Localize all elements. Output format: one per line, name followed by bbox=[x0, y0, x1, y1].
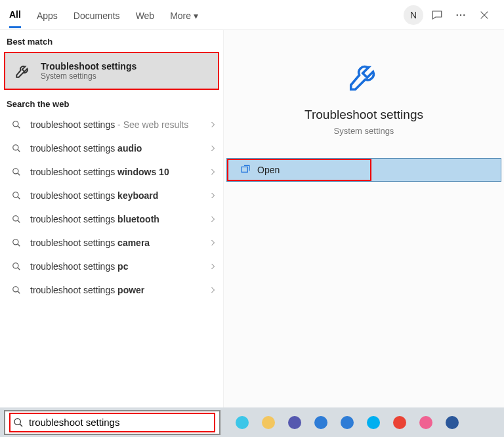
tab-all[interactable]: All bbox=[9, 1, 21, 28]
svg-point-17 bbox=[341, 416, 354, 429]
search-icon bbox=[9, 144, 24, 153]
svg-point-4 bbox=[13, 145, 18, 150]
search-box[interactable] bbox=[4, 410, 220, 435]
search-icon bbox=[9, 120, 24, 129]
detail-title: Troubleshoot settings bbox=[224, 108, 504, 122]
web-result[interactable]: troubleshoot settings bluetooth bbox=[0, 207, 223, 231]
web-result[interactable]: troubleshoot settings - See web results bbox=[0, 113, 223, 136]
open-icon bbox=[240, 165, 251, 175]
svg-point-14 bbox=[262, 416, 275, 429]
web-result[interactable]: troubleshoot settings power bbox=[0, 278, 223, 302]
avatar-initial: N bbox=[404, 5, 423, 25]
svg-point-19 bbox=[393, 416, 406, 429]
svg-point-1 bbox=[460, 14, 461, 15]
best-match-title: Troubleshoot settings bbox=[41, 61, 136, 72]
svg-point-2 bbox=[463, 14, 465, 15]
svg-point-6 bbox=[13, 192, 18, 198]
web-result-label: troubleshoot settings audio bbox=[30, 143, 209, 154]
svg-point-3 bbox=[13, 121, 18, 127]
chevron-right-icon bbox=[209, 121, 217, 129]
search-icon bbox=[9, 215, 24, 224]
tab-more[interactable]: More ▾ bbox=[170, 3, 198, 28]
svg-point-20 bbox=[419, 416, 432, 429]
results-panel: Best match Troubleshoot settings System … bbox=[0, 30, 223, 407]
taskbar-icons bbox=[232, 413, 462, 432]
store-icon[interactable] bbox=[337, 413, 357, 432]
chevron-down-icon: ▾ bbox=[194, 10, 198, 21]
web-result[interactable]: troubleshoot settings pc bbox=[0, 255, 223, 278]
svg-point-9 bbox=[13, 263, 18, 268]
chevron-right-icon bbox=[209, 144, 217, 152]
svg-point-12 bbox=[14, 419, 20, 425]
svg-point-13 bbox=[236, 416, 249, 429]
search-input[interactable] bbox=[29, 417, 214, 428]
search-icon bbox=[9, 167, 24, 177]
web-result[interactable]: troubleshoot settings windows 10 bbox=[0, 160, 223, 184]
chrome-icon[interactable] bbox=[390, 413, 410, 432]
taskbar bbox=[0, 407, 504, 437]
chevron-right-icon bbox=[209, 168, 217, 176]
tab-apps[interactable]: Apps bbox=[37, 3, 58, 28]
chevron-right-icon bbox=[209, 262, 217, 270]
chevron-right-icon bbox=[209, 192, 217, 199]
wrench-large-icon bbox=[345, 56, 384, 96]
mail-icon[interactable] bbox=[311, 413, 331, 432]
best-match-result[interactable]: Troubleshoot settings System settings bbox=[4, 52, 219, 90]
search-icon bbox=[13, 417, 24, 428]
best-match-header: Best match bbox=[0, 30, 223, 51]
edge-icon[interactable] bbox=[232, 413, 252, 432]
close-icon[interactable] bbox=[474, 5, 495, 26]
paint-icon[interactable] bbox=[416, 413, 436, 432]
more-options-icon[interactable] bbox=[450, 5, 471, 26]
svg-rect-11 bbox=[242, 167, 247, 172]
file-explorer-icon[interactable] bbox=[259, 413, 278, 432]
web-result-label: troubleshoot settings power bbox=[30, 285, 209, 295]
wrench-icon bbox=[12, 60, 34, 82]
web-result[interactable]: troubleshoot settings audio bbox=[0, 136, 223, 160]
svg-point-10 bbox=[13, 287, 18, 292]
search-tabs: All Apps Documents Web More ▾ N bbox=[0, 0, 504, 30]
web-result[interactable]: troubleshoot settings keyboard bbox=[0, 184, 223, 207]
user-avatar[interactable]: N bbox=[403, 5, 424, 26]
open-label: Open bbox=[257, 165, 280, 175]
web-result-label: troubleshoot settings keyboard bbox=[30, 190, 209, 201]
teams-icon[interactable] bbox=[285, 413, 304, 432]
detail-subtitle: System settings bbox=[224, 126, 504, 136]
web-result-label: troubleshoot settings bluetooth bbox=[30, 214, 209, 224]
web-result-label: troubleshoot settings - See web results bbox=[30, 119, 209, 130]
svg-point-21 bbox=[446, 416, 459, 429]
svg-point-15 bbox=[288, 416, 301, 429]
web-results-list: troubleshoot settings - See web results … bbox=[0, 113, 223, 302]
svg-point-18 bbox=[367, 416, 380, 429]
chevron-right-icon bbox=[209, 286, 217, 294]
search-icon bbox=[9, 262, 24, 271]
best-match-subtitle: System settings bbox=[41, 72, 136, 81]
search-icon bbox=[9, 285, 24, 295]
word-icon[interactable] bbox=[442, 413, 462, 432]
svg-point-7 bbox=[13, 216, 18, 221]
web-result[interactable]: troubleshoot settings camera bbox=[0, 231, 223, 255]
web-result-label: troubleshoot settings camera bbox=[30, 238, 209, 248]
svg-point-8 bbox=[13, 239, 18, 245]
tab-web[interactable]: Web bbox=[136, 3, 155, 28]
svg-point-16 bbox=[314, 416, 327, 429]
detail-panel: Troubleshoot settings System settings Op… bbox=[223, 30, 504, 407]
chevron-right-icon bbox=[209, 239, 217, 247]
feedback-icon[interactable] bbox=[427, 5, 448, 26]
chevron-right-icon bbox=[209, 215, 217, 223]
tab-documents[interactable]: Documents bbox=[74, 3, 120, 28]
search-icon bbox=[9, 191, 24, 200]
skype-icon[interactable] bbox=[364, 413, 383, 432]
web-result-label: troubleshoot settings pc bbox=[30, 261, 209, 272]
search-icon bbox=[9, 238, 24, 247]
svg-point-0 bbox=[457, 14, 458, 15]
search-web-header: Search the web bbox=[0, 93, 223, 113]
open-action[interactable]: Open bbox=[226, 158, 501, 182]
svg-point-5 bbox=[13, 169, 18, 174]
web-result-label: troubleshoot settings windows 10 bbox=[30, 167, 209, 177]
tab-more-label: More bbox=[170, 10, 191, 21]
